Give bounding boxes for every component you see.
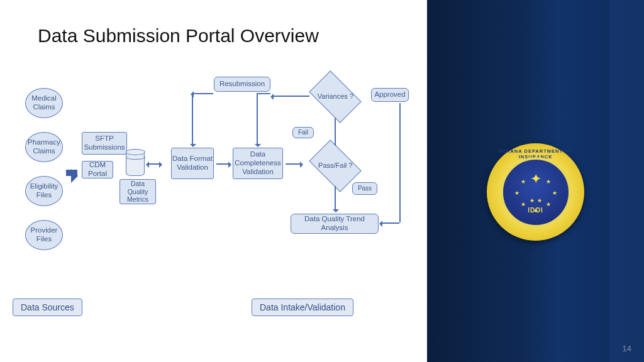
node-eligibility: Eligibility Files xyxy=(25,176,63,206)
node-variances: Variances ? xyxy=(309,70,361,123)
line-approved-trend xyxy=(399,103,401,222)
arrow-format-complete xyxy=(216,163,230,165)
arrow-sources-in xyxy=(66,170,77,176)
line-resub-complete xyxy=(257,93,258,146)
line-resub-top-left xyxy=(192,93,213,94)
arrow-variances-resub xyxy=(272,96,309,97)
flowchart: Medical Claims Pharmacy Claims Eligibili… xyxy=(13,88,415,339)
node-medical-claims: Medical Claims xyxy=(25,88,63,118)
page-title: Data Submission Portal Overview xyxy=(38,25,319,47)
section-data-intake: Data Intake/Validation xyxy=(252,299,353,316)
node-approved: Approved xyxy=(371,88,409,102)
slide: Data Submission Portal Overview 14 INDIA… xyxy=(0,0,644,362)
database-icon xyxy=(126,151,145,176)
node-completeness-validation: Data Completeness Validation xyxy=(233,148,283,179)
node-format-validation: Data Format Validation xyxy=(171,148,214,179)
line-resub-format xyxy=(192,93,193,146)
sidebar-accent xyxy=(609,0,644,362)
label-fail: Fail xyxy=(292,127,314,138)
label-pass: Pass xyxy=(352,182,377,195)
section-data-sources: Data Sources xyxy=(13,299,82,316)
node-trend: Data Quality Trend Analysis xyxy=(291,214,379,234)
seal-acronym: IDOI xyxy=(503,207,569,214)
node-metrics: Data Quality Metrics xyxy=(119,179,156,204)
arrow-approved-trend xyxy=(380,222,399,224)
arrow-passfail-trend xyxy=(335,186,336,211)
node-resubmission: Resubmission xyxy=(214,77,270,92)
arrow-complete-passfail xyxy=(286,163,302,165)
arrow-db-right xyxy=(147,163,161,165)
node-cdm: CDM Portal xyxy=(82,161,113,178)
node-sftp: SFTP Submissions xyxy=(82,132,127,155)
idoi-seal: INDIANA DEPARTMENT OF INSURANCE ✦ ★★ ★★ … xyxy=(487,143,584,241)
node-provider: Provider Files xyxy=(25,220,63,250)
node-pharmacy-claims: Pharmacy Claims xyxy=(25,132,63,162)
page-number: 14 xyxy=(623,344,631,353)
